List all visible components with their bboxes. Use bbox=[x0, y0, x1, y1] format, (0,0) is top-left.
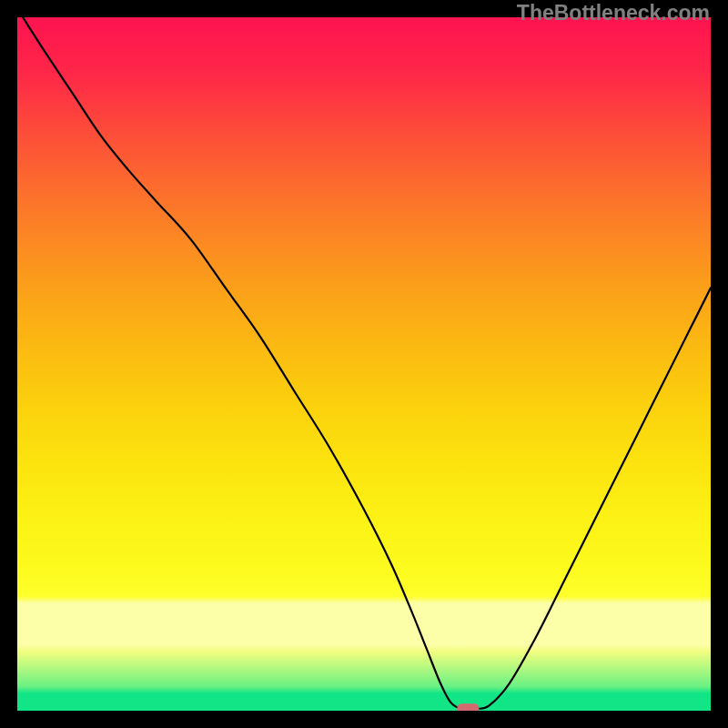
chart-frame: TheBottleneck.com bbox=[0, 0, 728, 728]
plot-area bbox=[17, 17, 711, 711]
plot-svg bbox=[17, 17, 711, 711]
attribution-text: TheBottleneck.com bbox=[517, 1, 710, 25]
optimum-marker bbox=[457, 703, 479, 711]
gradient-background bbox=[17, 17, 711, 711]
